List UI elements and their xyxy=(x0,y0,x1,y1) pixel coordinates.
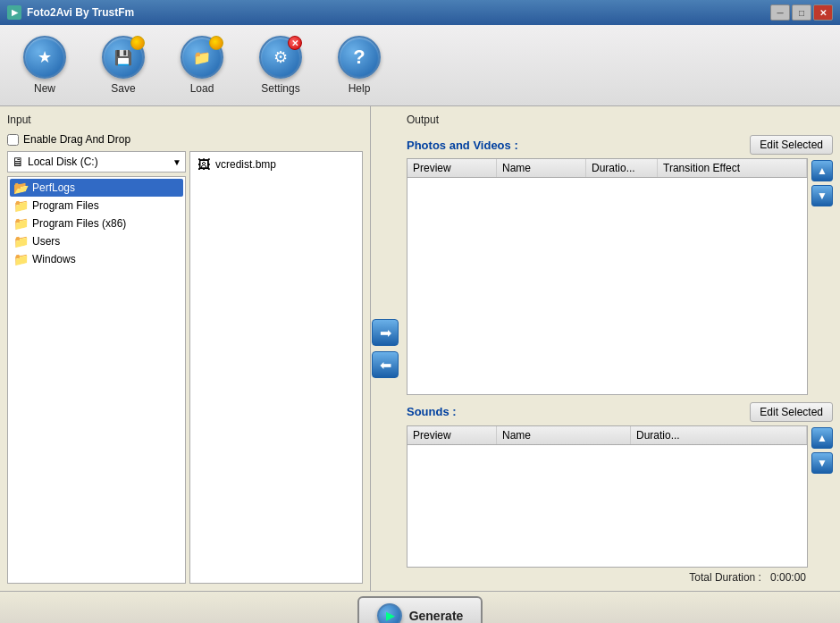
app-icon: ▶ xyxy=(7,5,21,20)
left-pane: 🖥 Local Disk (C:) ▼ 📂 PerfLogs 📁 Program… xyxy=(7,151,186,584)
drive-icon: 🖥 xyxy=(12,155,24,169)
sounds-col-name: Name xyxy=(497,426,631,444)
sounds-col-duration: Duratio... xyxy=(631,426,807,444)
sounds-edit-selected-button[interactable]: Edit Selected xyxy=(750,402,833,422)
photos-scroll-up-button[interactable]: ▲ xyxy=(811,160,833,181)
title-bar: ▶ Foto2Avi By TrustFm ─ □ ✕ xyxy=(0,0,840,25)
folder-icon: 📁 xyxy=(13,234,29,248)
sounds-scroll-buttons: ▲ ▼ xyxy=(811,425,833,568)
save-button[interactable]: Save xyxy=(88,32,159,98)
folder-item[interactable]: 📁 Users xyxy=(10,232,183,250)
drive-dropdown-arrow[interactable]: ▼ xyxy=(172,157,181,167)
bottom-bar: Generate xyxy=(0,591,840,623)
load-button[interactable]: Load xyxy=(166,32,238,98)
window-controls: ─ □ ✕ xyxy=(770,4,833,21)
help-label: Help xyxy=(349,82,371,95)
photos-col-transition: Transition Effect xyxy=(658,159,807,177)
output-panel-title: Output xyxy=(407,114,833,126)
folder-icon: 📂 xyxy=(13,181,29,195)
folder-icon: 📁 xyxy=(13,216,29,231)
folder-item[interactable]: 📁 Program Files xyxy=(10,197,183,215)
generate-label: Generate xyxy=(409,609,464,623)
settings-label: Settings xyxy=(261,82,299,95)
photos-col-preview: Preview xyxy=(407,159,497,177)
photos-col-name: Name xyxy=(497,159,586,177)
drag-drop-label: Enable Drag And Drop xyxy=(23,133,130,146)
sounds-section: Sounds : Edit Selected Preview Name Dura… xyxy=(407,402,833,584)
folder-item[interactable]: 📁 Program Files (x86) xyxy=(10,215,183,232)
file-item[interactable]: 🖼 vcredist.bmp xyxy=(194,156,358,173)
transfer-left-button[interactable]: ⬅ xyxy=(372,351,399,378)
folder-icon: 📁 xyxy=(13,198,29,213)
photos-edit-selected-button[interactable]: Edit Selected xyxy=(750,135,833,155)
generate-play-icon xyxy=(377,603,402,623)
photos-table-body xyxy=(407,178,807,394)
folder-tree[interactable]: 📂 PerfLogs 📁 Program Files 📁 Program Fil… xyxy=(7,176,186,584)
sounds-section-title: Sounds : xyxy=(407,405,457,418)
load-badge xyxy=(209,36,223,50)
transfer-buttons: ➡ ⬅ xyxy=(371,106,399,591)
file-browser: 🖥 Local Disk (C:) ▼ 📂 PerfLogs 📁 Program… xyxy=(7,151,363,584)
file-name: vcredist.bmp xyxy=(215,158,276,171)
folder-name: Users xyxy=(32,235,60,248)
close-button[interactable]: ✕ xyxy=(813,4,833,21)
photos-scroll-buttons: ▲ ▼ xyxy=(811,158,833,395)
load-icon xyxy=(181,36,223,79)
sounds-section-content: Preview Name Duratio... ▲ ▼ xyxy=(407,425,833,568)
photos-table-container: Preview Name Duratio... Transition Effec… xyxy=(407,158,808,395)
folder-name: Program Files xyxy=(32,199,99,212)
settings-icon: ✕ xyxy=(259,36,302,79)
title-bar-left: ▶ Foto2Avi By TrustFm xyxy=(7,5,134,20)
photos-scroll-down-button[interactable]: ▼ xyxy=(811,185,833,206)
photos-section-content: Preview Name Duratio... Transition Effec… xyxy=(407,158,833,395)
folder-name: Windows xyxy=(32,253,76,265)
output-panel: Output Photos and Videos : Edit Selected… xyxy=(399,106,840,591)
folder-icon: 📁 xyxy=(13,252,29,266)
total-duration-value: 0:00:00 xyxy=(770,571,806,584)
photos-col-duration: Duratio... xyxy=(586,159,658,177)
drive-select[interactable]: 🖥 Local Disk (C:) ▼ xyxy=(7,151,186,173)
save-badge xyxy=(130,36,145,50)
new-icon xyxy=(23,36,66,79)
save-label: Save xyxy=(111,82,135,95)
photos-table: Preview Name Duratio... Transition Effec… xyxy=(407,158,808,395)
file-icon: 🖼 xyxy=(197,157,210,172)
sounds-col-preview: Preview xyxy=(407,426,497,444)
folder-item[interactable]: 📁 Windows xyxy=(10,250,183,268)
help-button[interactable]: Help xyxy=(323,32,395,98)
input-panel-title: Input xyxy=(7,114,363,126)
drag-drop-checkbox[interactable] xyxy=(7,134,19,146)
total-duration-row: Total Duration : 0:00:00 xyxy=(407,571,833,584)
settings-badge: ✕ xyxy=(288,36,302,50)
load-label: Load xyxy=(190,82,214,95)
main-content: Input Enable Drag And Drop 🖥 Local Disk … xyxy=(0,106,840,591)
app-title: Foto2Avi By TrustFm xyxy=(27,6,134,19)
minimize-button[interactable]: ─ xyxy=(770,4,790,21)
input-panel: Input Enable Drag And Drop 🖥 Local Disk … xyxy=(0,106,371,591)
maximize-button[interactable]: □ xyxy=(792,4,811,21)
new-button[interactable]: New xyxy=(9,32,80,98)
drive-label: Local Disk (C:) xyxy=(28,156,169,168)
transfer-right-button[interactable]: ➡ xyxy=(372,319,399,346)
toolbar: New Save Load ✕ Settings Help xyxy=(0,25,840,106)
folder-name: Program Files (x86) xyxy=(32,217,126,230)
photos-table-header: Preview Name Duratio... Transition Effec… xyxy=(407,159,807,178)
help-icon xyxy=(338,36,381,79)
sounds-scroll-down-button[interactable]: ▼ xyxy=(811,452,833,474)
right-pane[interactable]: 🖼 vcredist.bmp xyxy=(189,151,363,584)
folder-name: PerfLogs xyxy=(32,181,75,194)
generate-button[interactable]: Generate xyxy=(357,596,483,623)
sounds-scroll-up-button[interactable]: ▲ xyxy=(811,427,833,449)
sounds-table-header: Preview Name Duratio... xyxy=(407,426,807,445)
photos-section: Photos and Videos : Edit Selected Previe… xyxy=(407,135,833,395)
sounds-table-container: Preview Name Duratio... xyxy=(407,425,808,568)
folder-item[interactable]: 📂 PerfLogs xyxy=(10,179,183,197)
save-icon xyxy=(102,36,145,79)
total-duration-label: Total Duration : xyxy=(689,571,761,584)
new-label: New xyxy=(34,82,55,95)
sounds-section-header: Sounds : Edit Selected xyxy=(407,402,833,422)
settings-button[interactable]: ✕ Settings xyxy=(245,32,316,98)
sounds-table: Preview Name Duratio... xyxy=(407,425,808,568)
photos-section-header: Photos and Videos : Edit Selected xyxy=(407,135,833,155)
drag-drop-row: Enable Drag And Drop xyxy=(7,133,363,146)
